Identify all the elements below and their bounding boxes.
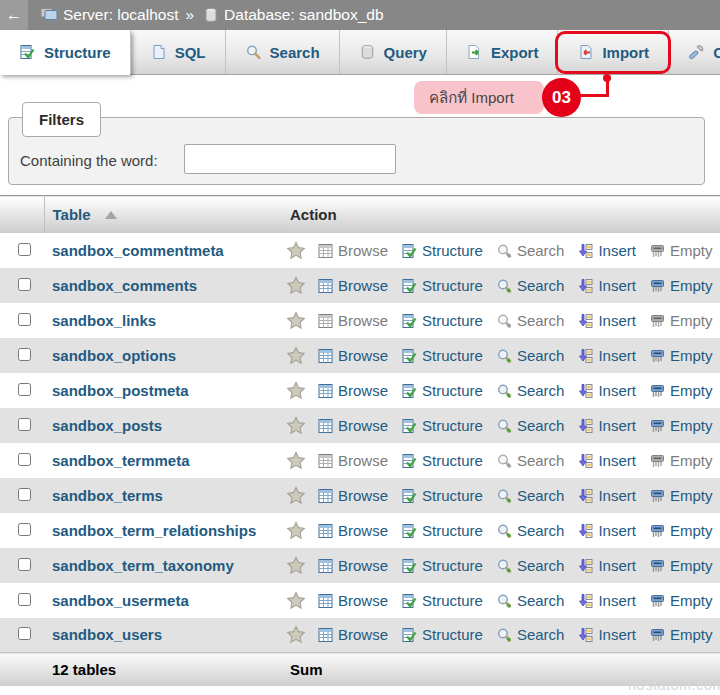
insert-link[interactable]: Insert [577,557,636,574]
structure-link[interactable]: Structure [401,557,483,574]
browse-link[interactable]: Browse [317,592,388,609]
search-link[interactable]: Search [496,522,565,539]
tab-search[interactable]: Search [226,30,340,74]
search-link[interactable]: Search [496,417,565,434]
row-checkbox[interactable] [18,453,31,466]
search-link[interactable]: Search [496,242,565,259]
browse-link[interactable]: Browse [317,347,388,364]
insert-link[interactable]: Insert [577,487,636,504]
row-checkbox[interactable] [18,627,31,640]
empty-link[interactable]: Empty [649,417,713,434]
favorite-star-icon[interactable] [286,416,306,435]
search-link[interactable]: Search [496,347,565,364]
insert-link[interactable]: Insert [577,452,636,469]
table-name-link[interactable]: sandbox_posts [44,417,162,434]
favorite-star-icon[interactable] [286,591,306,610]
browse-link[interactable]: Browse [317,557,388,574]
breadcrumb-database[interactable]: Database: sandbox_db [224,6,383,24]
insert-link[interactable]: Insert [577,592,636,609]
browse-link[interactable]: Browse [317,312,388,329]
insert-link[interactable]: Insert [577,312,636,329]
breadcrumb-server[interactable]: Server: localhost [63,6,178,24]
tab-sql[interactable]: SQL [131,30,226,74]
insert-link[interactable]: Insert [577,242,636,259]
browse-link[interactable]: Browse [317,626,388,643]
search-link[interactable]: Search [496,277,565,294]
row-checkbox[interactable] [18,488,31,501]
row-checkbox[interactable] [18,523,31,536]
structure-link[interactable]: Structure [401,382,483,399]
favorite-star-icon[interactable] [286,241,306,260]
table-name-link[interactable]: sandbox_users [44,626,162,643]
insert-link[interactable]: Insert [577,382,636,399]
table-name-link[interactable]: sandbox_postmeta [44,382,189,399]
structure-link[interactable]: Structure [401,417,483,434]
search-link[interactable]: Search [496,557,565,574]
browse-link[interactable]: Browse [317,417,388,434]
empty-link[interactable]: Empty [649,626,713,643]
browse-link[interactable]: Browse [317,242,388,259]
table-name-link[interactable]: sandbox_options [44,347,176,364]
favorite-star-icon[interactable] [286,346,306,365]
structure-link[interactable]: Structure [401,487,483,504]
table-name-link[interactable]: sandbox_links [44,312,156,329]
browse-link[interactable]: Browse [317,487,388,504]
search-link[interactable]: Search [496,312,565,329]
structure-link[interactable]: Structure [401,592,483,609]
browse-link[interactable]: Browse [317,382,388,399]
structure-link[interactable]: Structure [401,242,483,259]
row-checkbox[interactable] [18,243,31,256]
containing-word-input[interactable] [184,144,396,174]
empty-link[interactable]: Empty [649,277,713,294]
structure-link[interactable]: Structure [401,277,483,294]
table-name-link[interactable]: sandbox_term_taxonomy [44,557,234,574]
favorite-star-icon[interactable] [286,311,306,330]
insert-link[interactable]: Insert [577,626,636,643]
browse-link[interactable]: Browse [317,522,388,539]
search-link[interactable]: Search [496,592,565,609]
insert-link[interactable]: Insert [577,347,636,364]
structure-link[interactable]: Structure [401,522,483,539]
favorite-star-icon[interactable] [286,276,306,295]
tab-export[interactable]: Export [447,30,559,74]
favorite-star-icon[interactable] [286,381,306,400]
table-name-link[interactable]: sandbox_commentmeta [44,242,224,259]
empty-link[interactable]: Empty [649,382,713,399]
favorite-star-icon[interactable] [286,521,306,540]
favorite-star-icon[interactable] [286,556,306,575]
insert-link[interactable]: Insert [577,277,636,294]
insert-link[interactable]: Insert [577,417,636,434]
empty-link[interactable]: Empty [649,522,713,539]
table-name-link[interactable]: sandbox_usermeta [44,592,189,609]
table-name-link[interactable]: sandbox_terms [44,487,163,504]
empty-link[interactable]: Empty [649,487,713,504]
browse-link[interactable]: Browse [317,452,388,469]
table-name-link[interactable]: sandbox_term_relationships [44,522,256,539]
back-button[interactable]: ← [0,0,28,30]
structure-link[interactable]: Structure [401,347,483,364]
search-link[interactable]: Search [496,382,565,399]
empty-link[interactable]: Empty [649,242,713,259]
empty-link[interactable]: Empty [649,557,713,574]
tab-operations[interactable]: Operations [669,30,720,74]
empty-link[interactable]: Empty [649,592,713,609]
search-link[interactable]: Search [496,487,565,504]
row-checkbox[interactable] [18,383,31,396]
structure-link[interactable]: Structure [401,626,483,643]
search-link[interactable]: Search [496,626,565,643]
tab-query[interactable]: Query [340,30,447,74]
empty-link[interactable]: Empty [649,452,713,469]
row-checkbox[interactable] [18,348,31,361]
row-checkbox[interactable] [18,278,31,291]
structure-link[interactable]: Structure [401,452,483,469]
insert-link[interactable]: Insert [577,522,636,539]
sort-by-table-link[interactable]: Table [53,206,91,223]
tab-import[interactable]: Import [558,30,669,74]
row-checkbox[interactable] [18,593,31,606]
table-name-link[interactable]: sandbox_termmeta [44,452,190,469]
row-checkbox[interactable] [18,418,31,431]
empty-link[interactable]: Empty [649,347,713,364]
favorite-star-icon[interactable] [286,486,306,505]
row-checkbox[interactable] [18,558,31,571]
browse-link[interactable]: Browse [317,277,388,294]
